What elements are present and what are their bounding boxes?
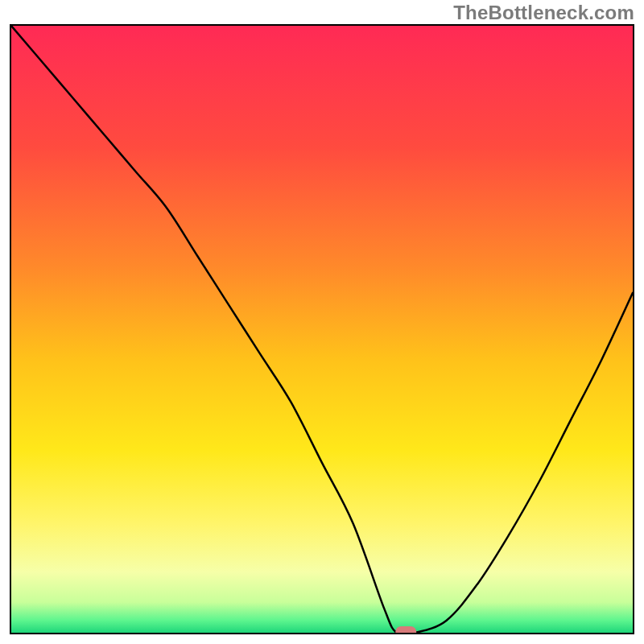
attribution-text: TheBottleneck.com — [453, 2, 634, 24]
svg-rect-1 — [395, 626, 416, 633]
chart-plot-area — [10, 24, 634, 634]
chart-marker — [11, 26, 633, 633]
